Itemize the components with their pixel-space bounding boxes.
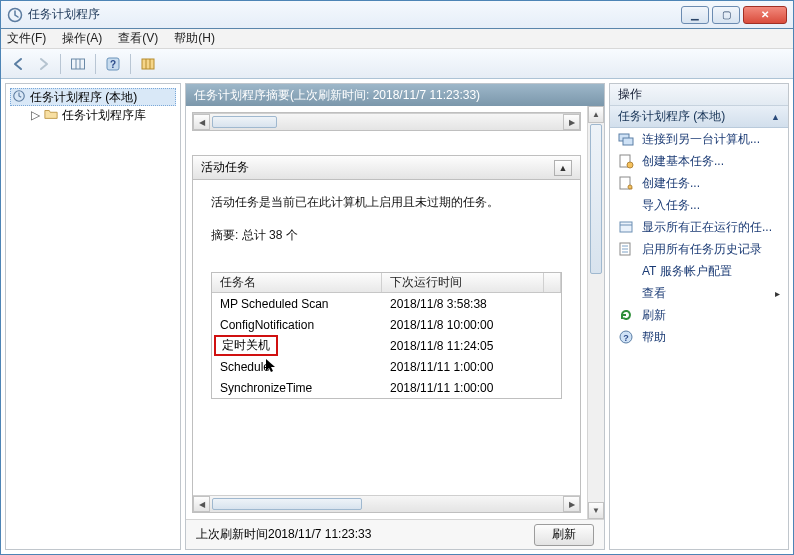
scroll-left-icon[interactable]: ◀: [193, 496, 210, 512]
action-item[interactable]: 创建任务...: [610, 172, 788, 194]
submenu-icon: ▸: [775, 288, 780, 299]
action-item[interactable]: 显示所有正在运行的任...: [610, 216, 788, 238]
task-row[interactable]: SynchronizeTime2018/11/11 1:00:00: [212, 377, 561, 398]
forward-button[interactable]: [31, 53, 55, 75]
actions-title: 操作: [610, 84, 788, 106]
last-refresh-text: 上次刷新时间2018/11/7 11:23:33: [196, 526, 371, 543]
svg-text:?: ?: [623, 333, 629, 343]
top-group-hscroll[interactable]: ◀ ▶: [193, 113, 580, 130]
task-row[interactable]: ConfigNotification2018/11/8 10:00:00: [212, 314, 561, 335]
app-icon: [7, 7, 23, 23]
th-task-name[interactable]: 任务名: [212, 273, 382, 292]
svg-rect-6: [142, 59, 154, 69]
scroll-thumb[interactable]: [212, 498, 362, 510]
tree-root[interactable]: 任务计划程序 (本地): [10, 88, 176, 106]
help-button[interactable]: ?: [101, 53, 125, 75]
active-tasks-count: 摘要: 总计 38 个: [211, 227, 562, 244]
task-next-run: 2018/11/8 10:00:00: [382, 316, 561, 334]
scroll-down-icon[interactable]: ▼: [588, 502, 604, 519]
minimize-button[interactable]: ▁: [681, 6, 709, 24]
maximize-button[interactable]: ▢: [712, 6, 740, 24]
task-name: SynchronizeTime: [212, 379, 382, 397]
svg-rect-11: [623, 138, 633, 145]
svg-point-15: [628, 185, 632, 189]
task-row[interactable]: 定时关机2018/11/8 11:24:05: [212, 335, 561, 356]
action-item[interactable]: 启用所有任务历史记录: [610, 238, 788, 260]
refresh-button[interactable]: 刷新: [534, 524, 594, 546]
action-label: 创建基本任务...: [642, 153, 780, 170]
active-tasks-desc: 活动任务是当前已在此计算机上启用且未过期的任务。: [211, 194, 562, 211]
toolbar-sep: [95, 54, 96, 74]
blank-icon: [618, 285, 634, 301]
create-task-icon: [618, 175, 634, 191]
task-next-run: 2018/11/11 1:00:00: [382, 379, 561, 397]
content-pane: 任务计划程序摘要(上次刷新时间: 2018/11/7 11:23:33) ◀ ▶: [185, 83, 605, 550]
chevron-up-icon[interactable]: ▲: [771, 112, 780, 122]
refresh-icon: [618, 307, 634, 323]
columns-button[interactable]: [136, 53, 160, 75]
window-title: 任务计划程序: [28, 6, 681, 23]
svg-rect-1: [72, 59, 85, 69]
content-footer: 上次刷新时间2018/11/7 11:23:33 刷新: [186, 519, 604, 549]
scroll-right-icon[interactable]: ▶: [563, 496, 580, 512]
toggle-panes-button[interactable]: [66, 53, 90, 75]
active-tasks-group: 活动任务 ▲ 活动任务是当前已在此计算机上启用且未过期的任务。 摘要: 总计 3…: [192, 155, 581, 513]
task-row[interactable]: Schedule2018/11/11 1:00:00: [212, 356, 561, 377]
action-item[interactable]: 创建基本任务...: [610, 150, 788, 172]
task-name: MP Scheduled Scan: [212, 295, 382, 313]
menu-view[interactable]: 查看(V): [118, 30, 158, 47]
task-next-run: 2018/11/8 3:58:38: [382, 295, 561, 313]
collapse-icon[interactable]: ▲: [554, 160, 572, 176]
action-label: 导入任务...: [642, 197, 780, 214]
action-item[interactable]: 刷新: [610, 304, 788, 326]
actions-pane: 操作 任务计划程序 (本地) ▲ 连接到另一台计算机...创建基本任务...创建…: [609, 83, 789, 550]
scroll-thumb[interactable]: [212, 116, 277, 128]
titlebar: 任务计划程序 ▁ ▢ ✕: [1, 1, 793, 29]
enable-history-icon: [618, 241, 634, 257]
expander-icon[interactable]: ▷: [30, 110, 40, 120]
action-label: 帮助: [642, 329, 780, 346]
back-button[interactable]: [7, 53, 31, 75]
create-basic-task-icon: [618, 153, 634, 169]
action-item[interactable]: ?帮助: [610, 326, 788, 348]
menu-help[interactable]: 帮助(H): [174, 30, 215, 47]
toolbar: ?: [1, 49, 793, 79]
action-item[interactable]: AT 服务帐户配置: [610, 260, 788, 282]
menu-file[interactable]: 文件(F): [7, 30, 46, 47]
actions-subhead: 任务计划程序 (本地) ▲: [610, 106, 788, 128]
tree-root-label: 任务计划程序 (本地): [30, 89, 137, 106]
action-label: 查看: [642, 285, 767, 302]
clock-icon: [12, 89, 26, 106]
menu-action[interactable]: 操作(A): [62, 30, 102, 47]
action-item[interactable]: 查看▸: [610, 282, 788, 304]
task-name: Schedule: [212, 357, 382, 376]
action-item[interactable]: 连接到另一台计算机...: [610, 128, 788, 150]
tree-library[interactable]: ▷ 任务计划程序库: [10, 106, 176, 124]
scroll-right-icon[interactable]: ▶: [563, 114, 580, 130]
tree-pane[interactable]: 任务计划程序 (本地) ▷ 任务计划程序库: [5, 83, 181, 550]
scroll-thumb[interactable]: [590, 124, 602, 274]
content-vscroll[interactable]: ▲ ▼: [587, 106, 604, 519]
active-group-hscroll[interactable]: ◀ ▶: [193, 495, 580, 512]
folder-icon: [44, 107, 58, 124]
scroll-left-icon[interactable]: ◀: [193, 114, 210, 130]
tree-library-label: 任务计划程序库: [62, 107, 146, 124]
action-item[interactable]: 导入任务...: [610, 194, 788, 216]
task-row[interactable]: MP Scheduled Scan2018/11/8 3:58:38: [212, 293, 561, 314]
svg-text:?: ?: [110, 59, 116, 70]
action-label: 启用所有任务历史记录: [642, 241, 780, 258]
toolbar-sep: [130, 54, 131, 74]
toolbar-sep: [60, 54, 61, 74]
app-window: 任务计划程序 ▁ ▢ ✕ 文件(F) 操作(A) 查看(V) 帮助(H) ?: [0, 0, 794, 555]
task-next-run: 2018/11/11 1:00:00: [382, 358, 561, 376]
action-label: 创建任务...: [642, 175, 780, 192]
active-tasks-header: 活动任务 ▲: [193, 156, 580, 180]
action-label: 连接到另一台计算机...: [642, 131, 780, 148]
th-next-run[interactable]: 下次运行时间: [382, 273, 544, 292]
computer-link-icon: [618, 131, 634, 147]
scroll-up-icon[interactable]: ▲: [588, 106, 604, 123]
task-name: ConfigNotification: [212, 316, 382, 334]
svg-rect-16: [620, 222, 632, 232]
content-header-text: 任务计划程序摘要(上次刷新时间: 2018/11/7 11:23:33): [194, 87, 480, 104]
close-button[interactable]: ✕: [743, 6, 787, 24]
